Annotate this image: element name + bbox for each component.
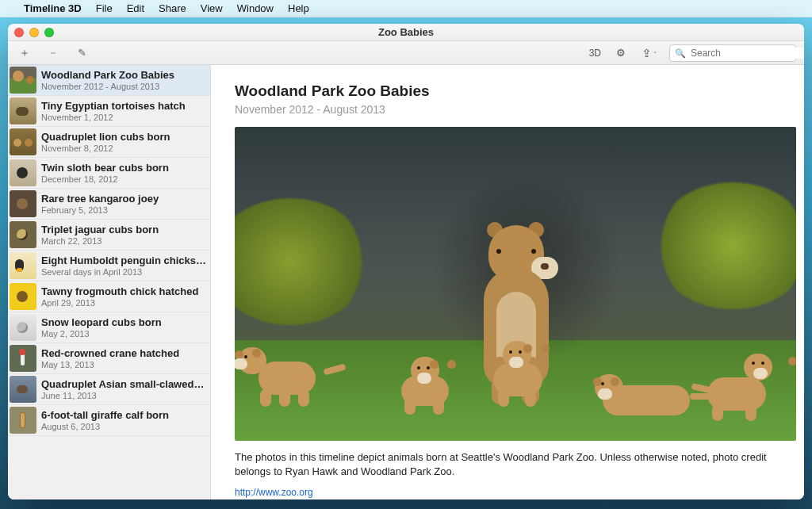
sidebar-item-text: Tiny Egyptian tortoises hatchNovember 1,… xyxy=(41,100,186,122)
add-event-button[interactable] xyxy=(16,44,33,62)
detail-pane: Woodland Park Zoo Babies November 2012 -… xyxy=(211,65,804,499)
sidebar-item-text: Eight Humboldt penguin chicks hatchedSev… xyxy=(41,254,207,277)
sidebar-item-title: Snow leopard cubs born xyxy=(41,316,162,328)
sidebar-item[interactable]: Quadruplet lion cubs bornNovember 8, 201… xyxy=(8,127,210,158)
sidebar-item[interactable]: Tiny Egyptian tortoises hatchNovember 1,… xyxy=(8,96,210,127)
menu-share[interactable]: Share xyxy=(159,2,186,14)
system-menubar: Timeline 3D File Edit Share View Window … xyxy=(0,0,812,17)
content-area: Woodland Park Zoo BabiesNovember 2012 - … xyxy=(8,65,804,499)
sidebar-item-title: Quadruplet Asian small-clawed otter p… xyxy=(41,378,207,390)
share-button[interactable] xyxy=(641,44,658,62)
sidebar-item[interactable]: Eight Humboldt penguin chicks hatchedSev… xyxy=(8,251,210,281)
sidebar-item-text: Quadruplet lion cubs bornNovember 8, 201… xyxy=(41,131,170,153)
sidebar-item-title: Red-crowned crane hatched xyxy=(41,347,179,359)
cub-illustration xyxy=(595,366,706,422)
sidebar-item[interactable]: Triplet jaguar cubs bornMarch 22, 2013 xyxy=(8,220,210,251)
sidebar-item-date: December 18, 2012 xyxy=(41,174,169,184)
cub-illustration xyxy=(390,355,465,412)
sidebar-item[interactable]: Twin sloth bear cubs bornDecember 18, 20… xyxy=(8,158,210,189)
menu-help[interactable]: Help xyxy=(288,2,309,14)
sidebar-item-thumb xyxy=(10,345,36,372)
sidebar-item-title: Triplet jaguar cubs born xyxy=(41,224,159,235)
sidebar-item-date: November 8, 2012 xyxy=(41,144,170,153)
sidebar-item-thumb xyxy=(10,128,36,155)
sidebar-item-text: Rare tree kangaroo joeyFebruary 5, 2013 xyxy=(41,193,159,215)
sidebar-item-text: Snow leopard cubs bornMay 2, 2013 xyxy=(41,316,162,339)
sidebar-item-date: April 29, 2013 xyxy=(41,298,198,308)
search-icon xyxy=(675,48,686,59)
menu-window[interactable]: Window xyxy=(237,2,274,14)
detail-date-range: November 2012 - August 2013 xyxy=(235,103,785,116)
sidebar-item-thumb xyxy=(10,190,36,217)
sidebar-item-thumb xyxy=(10,283,36,310)
menu-view[interactable]: View xyxy=(201,2,223,14)
menu-file[interactable]: File xyxy=(96,2,113,14)
app-name[interactable]: Timeline 3D xyxy=(24,2,82,14)
search-input[interactable] xyxy=(691,48,804,59)
sidebar-item-date: February 5, 2013 xyxy=(41,205,159,215)
window-close-button[interactable] xyxy=(14,28,24,37)
sidebar-item[interactable]: Red-crowned crane hatchedMay 13, 2013 xyxy=(8,343,210,374)
sidebar-item-title: 6-foot-tall giraffe calf born xyxy=(41,409,169,421)
event-list-sidebar[interactable]: Woodland Park Zoo BabiesNovember 2012 - … xyxy=(8,65,211,499)
sidebar-item-thumb xyxy=(10,314,36,341)
edit-event-button[interactable] xyxy=(73,44,90,62)
window-title: Zoo Babies xyxy=(378,26,434,38)
detail-photo xyxy=(235,127,796,441)
sidebar-item-thumb xyxy=(10,98,36,124)
sidebar-item-thumb xyxy=(10,159,36,186)
cub-illustration xyxy=(243,341,330,404)
sidebar-item-date: November 2012 - August 2013 xyxy=(41,82,174,91)
sidebar-item-title: Eight Humboldt penguin chicks hatched xyxy=(41,254,207,266)
sidebar-item[interactable]: Woodland Park Zoo BabiesNovember 2012 - … xyxy=(8,65,210,96)
sidebar-item-text: Twin sloth bear cubs bornDecember 18, 20… xyxy=(41,162,169,184)
sidebar-item-thumb xyxy=(10,67,36,94)
sidebar-item-text: 6-foot-tall giraffe calf bornAugust 6, 2… xyxy=(41,409,169,431)
sidebar-item-date: March 22, 2013 xyxy=(41,236,159,246)
sidebar-item-text: Triplet jaguar cubs bornMarch 22, 2013 xyxy=(41,224,159,246)
sidebar-item[interactable]: Snow leopard cubs bornMay 2, 2013 xyxy=(8,312,210,343)
sidebar-item[interactable]: 6-foot-tall giraffe calf bornAugust 6, 2… xyxy=(8,405,210,436)
sidebar-item-text: Quadruplet Asian small-clawed otter p…Ju… xyxy=(41,378,207,400)
menu-edit[interactable]: Edit xyxy=(127,2,144,14)
sidebar-item-date: June 11, 2013 xyxy=(41,391,207,400)
search-field[interactable] xyxy=(669,44,796,62)
remove-event-button[interactable] xyxy=(44,44,62,62)
sidebar-item[interactable]: Tawny frogmouth chick hatchedApril 29, 2… xyxy=(8,281,210,312)
traffic-lights xyxy=(14,28,54,37)
sidebar-item[interactable]: Rare tree kangaroo joeyFebruary 5, 2013 xyxy=(8,189,210,220)
detail-title: Woodland Park Zoo Babies xyxy=(235,82,785,100)
share-icon xyxy=(642,47,652,59)
sidebar-item-title: Quadruplet lion cubs born xyxy=(41,131,170,143)
cub-illustration xyxy=(481,333,557,404)
sidebar-item-date: Several days in April 2013 xyxy=(41,267,207,277)
sidebar-item-text: Red-crowned crane hatchedMay 13, 2013 xyxy=(41,347,179,369)
sidebar-item-text: Tawny frogmouth chick hatchedApril 29, 2… xyxy=(41,285,198,308)
detail-source-link[interactable]: http://www.zoo.org xyxy=(235,487,785,498)
app-window: Zoo Babies 3D Woodland Park Zoo BabiesNo… xyxy=(8,24,804,499)
sidebar-item-title: Tawny frogmouth chick hatched xyxy=(41,285,198,297)
sidebar-item-title: Woodland Park Zoo Babies xyxy=(41,69,174,81)
sidebar-item-date: May 2, 2013 xyxy=(41,329,162,339)
sidebar-item-title: Tiny Egyptian tortoises hatch xyxy=(41,100,186,112)
sidebar-item-thumb xyxy=(10,376,36,403)
sidebar-item-title: Twin sloth bear cubs born xyxy=(41,162,169,174)
window-titlebar: Zoo Babies xyxy=(8,24,804,41)
sidebar-item-thumb xyxy=(10,252,36,279)
window-zoom-button[interactable] xyxy=(44,28,54,37)
sidebar-item-thumb xyxy=(10,407,36,434)
detail-caption: The photos in this timeline depict anima… xyxy=(235,450,785,479)
settings-button[interactable] xyxy=(612,44,630,62)
view-3d-button[interactable]: 3D xyxy=(589,48,601,59)
sidebar-item-date: August 6, 2013 xyxy=(41,422,169,431)
toolbar: 3D xyxy=(8,41,804,65)
sidebar-item-date: May 13, 2013 xyxy=(41,360,179,369)
window-minimize-button[interactable] xyxy=(29,28,39,37)
sidebar-item[interactable]: Quadruplet Asian small-clawed otter p…Ju… xyxy=(8,374,210,405)
cub-illustration xyxy=(698,350,785,419)
sidebar-item-title: Rare tree kangaroo joey xyxy=(41,193,159,205)
sidebar-item-thumb xyxy=(10,221,36,248)
sidebar-item-date: November 1, 2012 xyxy=(41,113,186,122)
sidebar-item-text: Woodland Park Zoo BabiesNovember 2012 - … xyxy=(41,69,174,91)
